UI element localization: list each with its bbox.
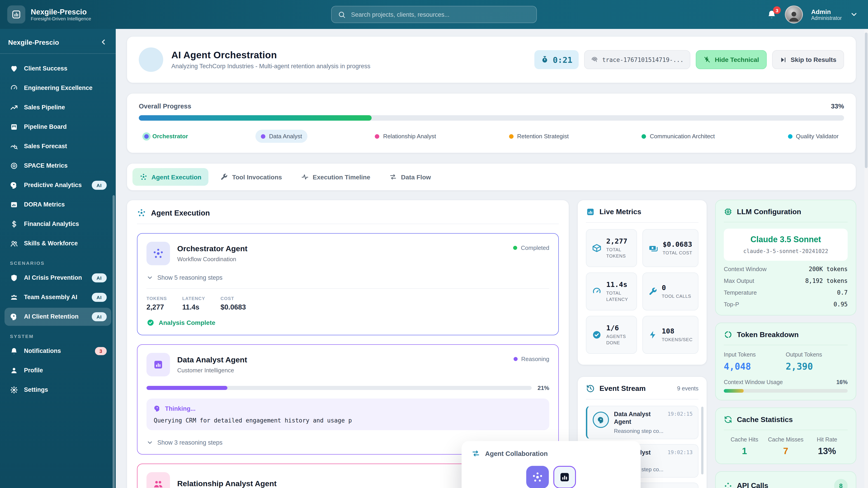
panel-title: LLM Configuration (737, 207, 848, 216)
panel-title: Event Stream (599, 385, 673, 393)
data-analyst-agent-chip (553, 466, 576, 488)
sidebar-item-sales-pipeline[interactable]: Sales Pipeline (4, 98, 111, 117)
avatar[interactable] (785, 5, 803, 24)
sidebar-item-engineering-excellence[interactable]: Engineering Excellence (4, 79, 111, 97)
config-row: Context Window 200K tokens (724, 266, 848, 272)
orchestrator-agent-card: Orchestrator Agent Workflow Coordination… (137, 233, 559, 335)
sidebar-title: Nexgile-Prescio (8, 38, 59, 46)
sidebar-item-team-assembly-ai[interactable]: Team Assembly AI AI (4, 288, 111, 306)
sidebar-item-skills-workforce[interactable]: Skills & Workforce (4, 234, 111, 253)
legend-retention-strategist: Retention Strategist (504, 130, 574, 143)
network-icon (140, 173, 147, 181)
api-calls-panel: API Calls 8 (715, 471, 856, 488)
bell-icon (10, 347, 18, 355)
status-dot (261, 134, 266, 138)
overall-progress-card: Overall Progress 33% Orchestrator Data A… (127, 93, 856, 153)
network-icon (137, 208, 146, 217)
data-analyst-icon (147, 353, 170, 377)
event-item: Data Analyst Agent 19:02:15 Reasoning st… (586, 406, 699, 439)
live-metrics-panel: Live Metrics 2,277 TOTAL TOKENS (577, 200, 707, 365)
search-input[interactable] (350, 11, 530, 18)
swap-arrows-icon (471, 449, 480, 458)
thinking-box: Thinking... Querying CRM for detailed en… (147, 398, 549, 430)
agent-collaboration-popup: Agent Collaboration Data Analyst Agent a… (462, 441, 641, 488)
sidebar-item-financial-analytics[interactable]: Financial Analytics (4, 215, 111, 233)
progress-percent: 33% (831, 103, 844, 110)
user-menu[interactable]: Admin Administrator (811, 8, 842, 21)
check-circle-icon (592, 330, 602, 340)
topbar: Nexgile-Prescio Foresight-Driven Intelli… (0, 0, 868, 29)
activity-icon (301, 173, 309, 181)
api-count-badge: 8 (834, 479, 848, 488)
context-usage-bar (724, 389, 848, 393)
tab-tool-invocations[interactable]: Tool Invocations (213, 168, 289, 186)
global-search[interactable] (331, 6, 537, 23)
sidebar-scrollbar[interactable] (113, 195, 115, 488)
brand: Nexgile-Prescio Foresight-Driven Intelli… (0, 5, 116, 24)
kanban-icon (10, 123, 18, 131)
package-icon (592, 243, 602, 253)
brain-circuit-icon (10, 313, 18, 321)
agent-name: Data Analyst Agent (177, 356, 247, 365)
agent-metrics: TOKENS 2,277 LATENCY 11.4s COST $0.0683 (147, 296, 549, 311)
panel-title: Token Breakdown (737, 330, 848, 339)
notification-count-badge: 3 (95, 347, 107, 355)
hide-technical-button[interactable]: Hide Technical (696, 50, 767, 69)
sidebar-item-ai-client-retention[interactable]: AI Client Retention AI (4, 308, 111, 326)
data-flow-icon (389, 173, 397, 181)
tab-execution-timeline[interactable]: Execution Timeline (293, 168, 377, 186)
users-group-icon (10, 293, 18, 301)
event-list-scrollbar[interactable] (701, 407, 704, 475)
metric-tool-calls: 0 TOOL CALLS (642, 272, 699, 311)
status-dot (642, 134, 646, 138)
ai-badge: AI (92, 273, 107, 283)
status-badge: Completed (513, 245, 549, 251)
sidebar-collapse-button[interactable] (99, 38, 107, 46)
tab-data-flow[interactable]: Data Flow (382, 168, 438, 186)
brain-circuit-icon (10, 181, 18, 189)
popup-title: Agent Collaboration (485, 450, 548, 457)
dollar-icon (10, 220, 18, 228)
status-dot (144, 134, 149, 138)
sidebar-item-ai-crisis-prevention[interactable]: AI Crisis Prevention AI (4, 269, 111, 287)
sidebar-item-space-metrics[interactable]: SPACE Metrics (4, 157, 111, 175)
page-scrollbar[interactable] (864, 29, 868, 488)
bar-chart-logo-icon (11, 9, 21, 20)
shield-icon (10, 274, 18, 282)
brain-icon (154, 405, 161, 412)
skip-to-results-button[interactable]: Skip to Results (772, 50, 844, 69)
sidebar-item-dora-metrics[interactable]: DORA Metrics (4, 196, 111, 214)
stopwatch-icon (540, 56, 549, 64)
main-content: AI Agent Orchestration Analyzing TechCor… (116, 29, 868, 488)
target-icon (10, 162, 18, 170)
check-circle-icon (147, 319, 155, 327)
show-reasoning-toggle[interactable]: Show 5 reasoning steps (147, 274, 549, 281)
panel-title: Cache Statistics (737, 416, 848, 424)
tab-agent-execution[interactable]: Agent Execution (132, 168, 209, 186)
input-tokens: Input Tokens 4,048 (724, 352, 786, 372)
sidebar-item-pipeline-board[interactable]: Pipeline Board (4, 118, 111, 136)
sidebar-item-notifications[interactable]: Notifications 3 (4, 342, 111, 360)
status-dot (513, 246, 517, 250)
sidebar-item-settings[interactable]: Settings (4, 381, 111, 399)
gauge-icon (592, 287, 602, 296)
zap-icon (648, 330, 657, 339)
sidebar-item-predictive-analytics[interactable]: Predictive Analytics AI (4, 176, 111, 194)
sidebar-item-profile[interactable]: Profile (4, 361, 111, 380)
orchestrator-agent-chip (526, 466, 549, 488)
sidebar: Nexgile-Prescio Client Success Engineeri… (0, 29, 116, 488)
chevron-down-icon (147, 274, 153, 281)
page-scrollbar-thumb[interactable] (865, 33, 868, 168)
sidebar-item-sales-forecast[interactable]: Sales Forecast (4, 137, 111, 156)
status-dot (514, 357, 518, 361)
cache-statistics-panel: Cache Statistics Cache Hits 1 Cache Miss… (715, 408, 856, 464)
progress-bar (139, 115, 844, 121)
sidebar-item-client-success[interactable]: Client Success (4, 60, 111, 78)
wrench-icon (220, 173, 228, 181)
chevron-down-icon[interactable] (850, 10, 858, 19)
notifications-button[interactable]: 3 (767, 9, 777, 20)
legend-relationship-analyst: Relationship Analyst (370, 130, 441, 143)
page-title: AI Agent Orchestration (171, 50, 370, 61)
cache-hits: Cache Hits 1 (724, 436, 765, 456)
ai-badge: AI (92, 293, 107, 302)
